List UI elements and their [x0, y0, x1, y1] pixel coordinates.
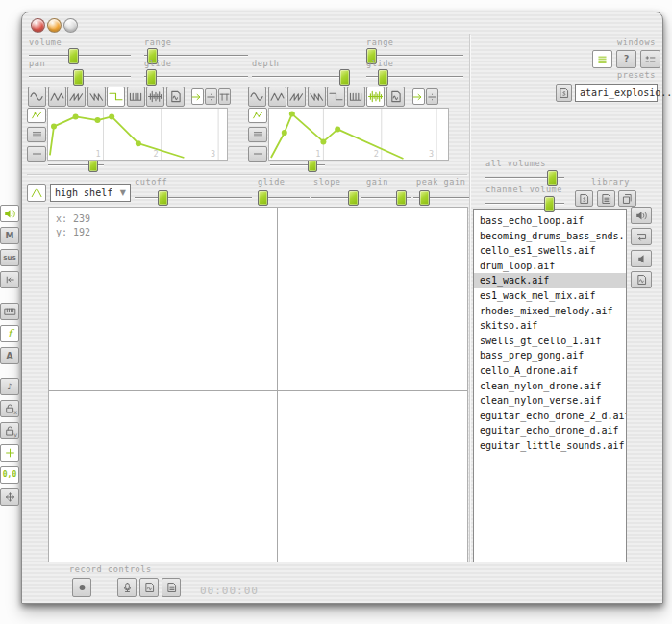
osc2-waveform-square-button[interactable]: [327, 87, 345, 107]
slider-slope[interactable]: [311, 197, 357, 198]
osc1-env-curve-button[interactable]: [27, 108, 46, 123]
file-list[interactable]: bass_echo_loop.aifbecoming_drums_bass_sn…: [473, 209, 627, 562]
slider-handle-glide_a[interactable]: [146, 69, 157, 86]
library-save-button[interactable]: [575, 190, 593, 207]
osc2-waveform-sine-button[interactable]: [248, 87, 266, 107]
window-params-button[interactable]: [640, 50, 660, 68]
osc1-direction-button[interactable]: [191, 88, 204, 105]
slider-range_a[interactable]: [144, 55, 248, 56]
crosshair-button[interactable]: [0, 444, 19, 462]
pan-move-button[interactable]: [0, 488, 19, 506]
file-item[interactable]: eguitar_echo_drone_d.aif: [474, 423, 626, 438]
slider-osc1_time[interactable]: [48, 164, 104, 165]
slider-peak_gain[interactable]: [413, 197, 469, 198]
file-item[interactable]: cello_A_drone.aif: [474, 363, 626, 379]
keyboard-button[interactable]: [0, 303, 19, 320]
filter-toggle-button[interactable]: f: [0, 325, 19, 342]
osc1-waveform-triangle-button[interactable]: [48, 87, 66, 107]
file-item[interactable]: es1_wack_mel_mix.aif: [474, 288, 626, 304]
file-item[interactable]: swells_gt_cello_1.aif: [474, 334, 626, 349]
lock-x-button[interactable]: x: [0, 400, 19, 417]
file-item[interactable]: drum_loop.aif: [474, 259, 626, 274]
file-item[interactable]: bass_echo_loop.aif: [474, 213, 626, 229]
sustain-button[interactable]: sus: [0, 249, 19, 266]
osc1-env-steps-button[interactable]: [27, 127, 46, 142]
file-item[interactable]: clean_nylon_verse.aif: [474, 393, 626, 409]
osc2-direction-button[interactable]: [412, 88, 425, 105]
amp-button[interactable]: A: [0, 347, 19, 364]
slider-gain[interactable]: [361, 197, 411, 198]
slider-volume[interactable]: [29, 55, 131, 56]
slider-handle-channel_volume[interactable]: [544, 196, 555, 212]
slider-range_b[interactable]: [366, 55, 463, 56]
osc2-waveform-comb-button[interactable]: [347, 87, 365, 107]
osc1-env-flat-button[interactable]: [27, 146, 46, 162]
slider-glide_a[interactable]: [144, 76, 248, 77]
osc2-waveform-saw-up-button[interactable]: [287, 87, 306, 107]
osc2-envelope-graph[interactable]: 123: [268, 108, 449, 161]
close-button[interactable]: [31, 18, 45, 33]
audition-speaker-button[interactable]: [0, 205, 19, 222]
osc2-waveform-sample-doc-button[interactable]: [386, 87, 405, 107]
presets-dropdown[interactable]: atari_explosio... ▼: [575, 84, 658, 102]
file-item[interactable]: becoming_drums_bass_snds.: [474, 229, 626, 244]
slider-handle-depth[interactable]: [339, 69, 350, 86]
record-log-button[interactable]: [162, 578, 181, 597]
return-to-start-button[interactable]: [0, 271, 19, 288]
window-help-button[interactable]: ?: [616, 50, 636, 68]
slider-glide_b[interactable]: [366, 76, 463, 77]
slider-all_volumes[interactable]: [485, 177, 564, 178]
osc1-waveform-saw-down-button[interactable]: [87, 87, 106, 107]
mute-button[interactable]: M: [0, 227, 19, 244]
osc1-waveform-square-button[interactable]: [107, 87, 125, 107]
file-item[interactable]: clean_nylon_drone.aif: [474, 379, 626, 394]
slider-handle-gain[interactable]: [396, 190, 407, 206]
slider-glide_filter[interactable]: [258, 197, 310, 198]
slider-handle-glide_b[interactable]: [378, 69, 388, 86]
slider-cutoff[interactable]: [135, 197, 252, 198]
origin-button[interactable]: 0,0: [0, 466, 19, 484]
library-copy-button[interactable]: [618, 190, 636, 207]
window-list-button[interactable]: [592, 50, 612, 68]
slider-handle-cutoff[interactable]: [158, 190, 168, 206]
osc2-divide-button[interactable]: [426, 88, 438, 105]
osc1-divide-button[interactable]: [205, 88, 217, 105]
minimize-button[interactable]: [47, 18, 62, 33]
osc1-waveform-sample-doc-button[interactable]: [166, 87, 185, 107]
osc1-waveform-comb-button[interactable]: [127, 87, 145, 107]
input-mic-button[interactable]: [117, 578, 137, 597]
slider-handle-volume[interactable]: [68, 48, 79, 64]
lock-y-button[interactable]: y: [0, 422, 19, 439]
stop-file-button[interactable]: [631, 250, 652, 267]
slider-handle-pan[interactable]: [73, 69, 84, 86]
file-item[interactable]: eguitar_little_sounds.aif: [474, 438, 626, 454]
slider-handle-glide_filter[interactable]: [258, 190, 268, 206]
xy-pad-crosshair-horizontal[interactable]: [49, 390, 467, 391]
zoom-button[interactable]: [63, 18, 78, 33]
slider-depth[interactable]: [252, 76, 346, 77]
filter-enable-button[interactable]: [27, 184, 46, 202]
slider-channel_volume[interactable]: [485, 203, 564, 204]
record-audio-file-button[interactable]: [139, 578, 159, 597]
osc2-env-curve-button[interactable]: [248, 108, 267, 123]
xy-pad[interactable]: x: 239 y: 192: [48, 207, 468, 562]
osc2-waveform-saw-down-button[interactable]: [308, 87, 326, 107]
osc2-env-steps-button[interactable]: [248, 127, 267, 142]
xy-pad-crosshair-vertical[interactable]: [277, 208, 278, 562]
osc2-waveform-noise-button[interactable]: [366, 87, 385, 107]
titlebar[interactable]: [22, 12, 660, 37]
osc1-waveform-noise-button[interactable]: [146, 87, 164, 107]
osc1-envelope-graph[interactable]: 123: [47, 108, 228, 161]
library-doc-button[interactable]: [597, 190, 615, 207]
osc1-waveform-saw-up-button[interactable]: [67, 87, 86, 107]
osc2-waveform-triangle-button[interactable]: [268, 87, 286, 107]
filter-type-dropdown[interactable]: high shelf ▼: [50, 184, 131, 202]
play-file-button[interactable]: [631, 207, 652, 224]
preset-save-button[interactable]: [556, 84, 572, 102]
file-item[interactable]: rhodes_mixed_melody.aif: [474, 304, 626, 319]
file-item[interactable]: skitso.aif: [474, 318, 626, 334]
slider-osc2_time[interactable]: [270, 164, 325, 165]
slider-handle-peak_gain[interactable]: [419, 190, 430, 206]
file-item[interactable]: cello_es1_swells.aif: [474, 243, 626, 259]
slider-handle-all_volumes[interactable]: [547, 170, 558, 186]
